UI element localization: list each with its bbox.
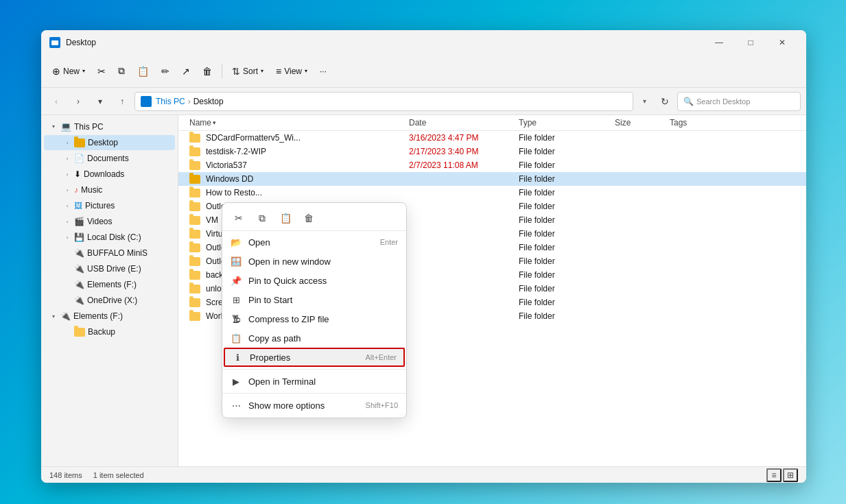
new-button[interactable]: ⊕ New ▾ — [47, 62, 91, 81]
up-button[interactable]: ↑ — [113, 92, 132, 111]
ctx-paste-button[interactable]: 📋 — [274, 208, 296, 228]
col-type[interactable]: Type — [519, 118, 615, 128]
list-view-button[interactable]: ≡ — [766, 468, 782, 482]
file-date: 2/17/2023 3:40 PM — [409, 147, 519, 156]
folder-icon — [189, 202, 200, 211]
sidebar-item-desktop[interactable]: › Desktop — [44, 135, 175, 150]
ctx-copy-button[interactable]: ⧉ — [251, 208, 273, 228]
sidebar-item-downloads[interactable]: › ⬇ Downloads — [44, 167, 175, 182]
items-selected: 1 item selected — [93, 471, 144, 479]
ctx-terminal-item[interactable]: ▶ Open in Terminal — [222, 372, 406, 391]
window-icon: 🪟 — [231, 256, 242, 267]
chevron-right-icon8 — [63, 249, 71, 257]
ctx-open-new-window-item[interactable]: 🪟 Open in new window — [222, 252, 406, 271]
items-count: 148 items — [49, 471, 82, 479]
folder-icon — [189, 189, 200, 197]
sidebar-item-music[interactable]: › ♪ Music — [44, 182, 175, 197]
file-type: File folder — [519, 215, 615, 225]
chevron-right-icon3: › — [63, 170, 71, 178]
table-row[interactable]: testdisk-7.2-WIP 2/17/2023 3:40 PM File … — [178, 145, 806, 158]
context-menu-toolbar: ✂ ⧉ 📋 🗑 — [222, 206, 406, 231]
copy-button[interactable]: ⧉ — [113, 61, 130, 81]
maximize-button[interactable]: □ — [735, 32, 766, 53]
svg-rect-0 — [51, 40, 58, 45]
file-type: File folder — [519, 284, 615, 293]
file-type: File folder — [519, 202, 615, 211]
chevron-right-icon11 — [63, 296, 71, 304]
sidebar-item-elements-f2[interactable]: ▾ 🔌 Elements (F:) — [44, 309, 175, 324]
sidebar-item-buffalo[interactable]: 🔌 BUFFALO MiniS — [44, 245, 175, 261]
ctx-pin-quick-access-item[interactable]: 📌 Pin to Quick access — [222, 271, 406, 290]
sort-button[interactable]: ⇅ Sort ▾ — [226, 62, 269, 81]
main-content: ▾ 💻 This PC › Desktop › 📄 Documents › ⬇ … — [41, 115, 806, 466]
disk-icon: 💾 — [74, 232, 84, 242]
sidebar-item-documents[interactable]: › 📄 Documents — [44, 151, 175, 166]
address-dropdown-button[interactable]: ▾ — [636, 92, 653, 111]
file-type: File folder — [519, 160, 615, 170]
sidebar-item-thispc[interactable]: ▾ 💻 This PC — [44, 119, 175, 134]
col-name[interactable]: Name ▾ — [189, 118, 409, 128]
dropdown-button[interactable]: ▾ — [91, 92, 110, 111]
rename-button[interactable]: ✏ — [156, 62, 175, 81]
chevron-right-icon2: › — [63, 154, 71, 163]
sidebar-item-elements-f[interactable]: 🔌 Elements (F:) — [44, 277, 175, 292]
share-button[interactable]: ↗ — [176, 62, 196, 81]
ctx-copy-path-item[interactable]: 📋 Copy as path — [222, 328, 406, 348]
sort-dropdown-icon: ▾ — [261, 68, 263, 74]
minimize-button[interactable]: — — [703, 32, 735, 53]
delete-button[interactable]: 🗑 — [197, 62, 218, 81]
paste-button[interactable]: 📋 — [132, 62, 154, 81]
view-button[interactable]: ≡ View ▾ — [270, 62, 313, 81]
sidebar-item-onedrive[interactable]: 🔌 OneDrive (X:) — [44, 293, 175, 308]
sidebar-item-usbdrive[interactable]: 🔌 USB Drive (E:) — [44, 261, 175, 276]
grid-view-button[interactable]: ⊞ — [783, 468, 798, 482]
col-date[interactable]: Date — [409, 118, 519, 128]
file-date: 3/16/2023 4:47 PM — [409, 133, 519, 143]
sidebar-label-pictures: Pictures — [85, 201, 169, 211]
ctx-pin-start-item[interactable]: ⊞ Pin to Start — [222, 290, 406, 309]
ctx-pin-quick-label: Pin to Quick access — [248, 276, 327, 286]
pictures-icon: 🖼 — [74, 201, 82, 211]
sort-icon: ⇅ — [232, 66, 240, 77]
ctx-properties-item[interactable]: ℹ Properties Alt+Enter — [224, 348, 405, 367]
back-button[interactable]: ‹ — [47, 92, 66, 111]
folder-icon — [189, 257, 200, 266]
file-type: File folder — [519, 147, 615, 156]
file-type: File folder — [519, 188, 615, 197]
ctx-cut-button[interactable]: ✂ — [228, 208, 250, 228]
copy-icon: ⧉ — [118, 65, 125, 77]
sidebar-item-backup[interactable]: Backup — [44, 324, 175, 339]
ctx-open-item[interactable]: 📂 Open Enter — [222, 232, 406, 252]
table-row[interactable]: How to Resto... File folder — [178, 186, 806, 200]
sidebar-item-pictures[interactable]: › 🖼 Pictures — [44, 198, 175, 213]
chevron-right-icon10 — [63, 280, 71, 289]
col-tags[interactable]: Tags — [670, 118, 795, 128]
table-row[interactable]: Victoria537 2/7/2023 11:08 AM File folde… — [178, 158, 806, 172]
more-button[interactable]: ··· — [314, 62, 332, 80]
forward-button[interactable]: › — [69, 92, 88, 111]
search-box[interactable]: 🔍 Search Desktop — [677, 92, 801, 111]
ctx-delete-button[interactable]: 🗑 — [298, 208, 320, 228]
ctx-compress-item[interactable]: 🗜 Compress to ZIP file — [222, 309, 406, 328]
refresh-button[interactable]: ↻ — [655, 92, 674, 111]
ctx-open-label: Open — [248, 237, 270, 248]
path-desktop: Desktop — [193, 97, 224, 106]
close-button[interactable]: ✕ — [766, 32, 798, 53]
sidebar-item-localdisk[interactable]: › 💾 Local Disk (C:) — [44, 230, 175, 245]
start-icon: ⊞ — [231, 294, 242, 305]
table-row[interactable]: SDCardFormatterv5_Wi... 3/16/2023 4:47 P… — [178, 131, 806, 145]
address-path[interactable]: This PC › Desktop — [134, 92, 633, 111]
cut-button[interactable]: ✂ — [92, 62, 111, 81]
window-controls: — □ ✕ — [703, 32, 798, 53]
file-type: File folder — [519, 311, 615, 321]
cut-icon: ✂ — [97, 66, 106, 77]
context-menu: ✂ ⧉ 📋 🗑 📂 Open Enter 🪟 Open in new windo… — [222, 202, 407, 418]
file-name: testdisk-7.2-WIP — [206, 147, 266, 156]
sidebar-label-onedrive: OneDrive (X:) — [87, 296, 169, 305]
col-size[interactable]: Size — [615, 118, 670, 128]
sidebar-item-videos[interactable]: › 🎬 Videos — [44, 214, 175, 229]
file-date: 2/7/2023 11:08 AM — [409, 160, 519, 170]
folder-icon — [189, 175, 200, 184]
table-row[interactable]: Windows DD File folder — [178, 172, 806, 186]
ctx-more-options-item[interactable]: ⋯ Show more options Shift+F10 — [222, 396, 406, 415]
